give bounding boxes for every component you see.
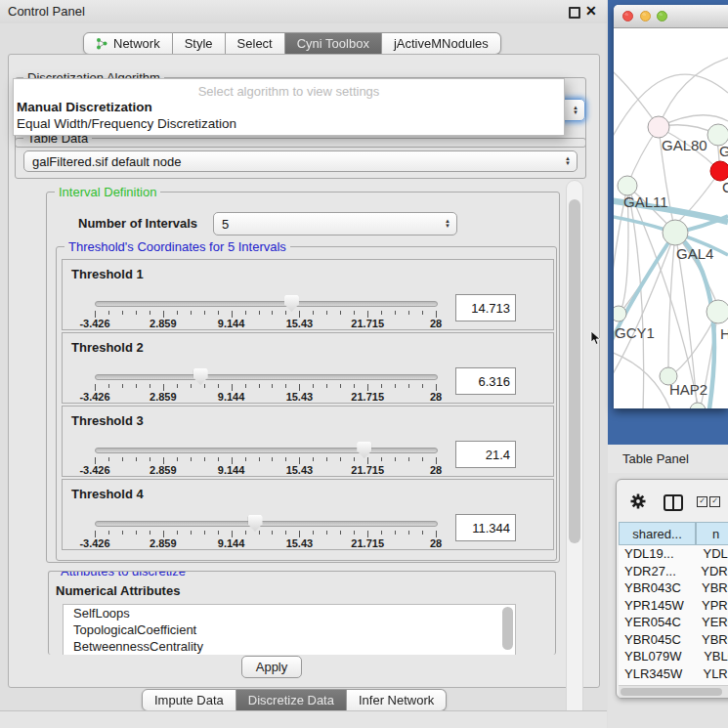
- network-node-gal80[interactable]: [648, 116, 669, 138]
- threshold-value-input[interactable]: [455, 441, 516, 468]
- table-cell[interactable]: YER054C: [619, 614, 694, 631]
- network-node-gal11[interactable]: [618, 176, 637, 195]
- table-hscrollbar-thumb[interactable]: [621, 688, 722, 696]
- table-row[interactable]: YDR27...YDR2: [619, 563, 728, 580]
- network-window-titlebar[interactable]: [614, 5, 728, 28]
- tab-impute-data[interactable]: Impute Data: [142, 689, 236, 711]
- major-tick: [436, 457, 437, 464]
- bottom-tab-bar: Impute DataDiscretize DataInfer Network: [142, 689, 447, 711]
- tick-label: 21.715: [351, 318, 384, 329]
- network-node-gal4[interactable]: [663, 220, 688, 245]
- attributes-list-scrollbar[interactable]: [502, 607, 513, 650]
- network-canvas[interactable]: GAL80GCGAL11GAL4GCY1HHAP2: [614, 28, 728, 408]
- numerical-attributes-list: SelfLoopsTopologicalCoefficientBetweenne…: [63, 604, 516, 655]
- algorithm-option-equal-width-frequency-discretization[interactable]: Equal Width/Frequency Discretization: [17, 116, 236, 131]
- table-cell[interactable]: YER0: [694, 614, 728, 631]
- close-icon[interactable]: ✕: [585, 3, 597, 19]
- table-cell[interactable]: YBR0: [694, 631, 728, 649]
- threshold-slider-thumb[interactable]: [357, 442, 371, 458]
- table-cell[interactable]: YDL1: [695, 545, 728, 563]
- tab-select[interactable]: Select: [226, 32, 285, 55]
- network-node-gcy1[interactable]: [614, 306, 626, 321]
- minor-tick: [422, 531, 423, 535]
- threshold-slider-thumb[interactable]: [284, 295, 299, 312]
- interval-definition-title: Interval Definition: [55, 185, 160, 199]
- table-cell[interactable]: YDR27...: [619, 563, 693, 580]
- tab-jactivemnodules[interactable]: jActiveMNodules: [382, 32, 501, 55]
- table-row[interactable]: YPR145WYPR1: [619, 597, 728, 615]
- attribute-item[interactable]: TopologicalCoefficient: [64, 621, 515, 638]
- table-row[interactable]: YER054CYER0: [619, 614, 728, 631]
- column-header-shared-name[interactable]: shared...: [619, 522, 696, 545]
- float-icon[interactable]: [569, 7, 580, 19]
- minor-tick: [177, 384, 178, 388]
- threshold-value-input[interactable]: [455, 514, 516, 541]
- table-cell[interactable]: YPR1: [694, 597, 728, 615]
- apply-button[interactable]: Apply: [241, 656, 302, 678]
- table-cell[interactable]: YBR045C: [619, 631, 694, 649]
- tab-label: jActiveMNodules: [394, 36, 489, 51]
- table-data-combo-value: galFiltered.sif default node: [32, 154, 181, 169]
- table-cell[interactable]: YDR2: [693, 563, 728, 580]
- cyni-toolbox-panel: Discretization Algorithm ▲▼ Select algor…: [8, 54, 600, 688]
- minor-tick: [122, 311, 123, 315]
- network-node-h[interactable]: [707, 300, 728, 323]
- table-data-combo[interactable]: galFiltered.sif default node ▲▼: [23, 150, 578, 172]
- checkbox-icon[interactable]: ✓: [709, 496, 720, 507]
- threshold-slider-thumb[interactable]: [193, 368, 208, 385]
- attribute-item[interactable]: SelfLoops: [64, 605, 515, 621]
- table-hscrollbar-track[interactable]: [619, 685, 728, 698]
- tab-cyni-toolbox[interactable]: Cyni Toolbox: [285, 32, 382, 55]
- table-cell[interactable]: YBR043C: [619, 579, 694, 597]
- network-node[interactable]: [690, 403, 706, 408]
- table-cell[interactable]: YBR0: [694, 579, 728, 597]
- column-header-name[interactable]: n: [696, 522, 728, 545]
- gear-icon[interactable]: [629, 492, 647, 510]
- threshold-value-input[interactable]: [455, 294, 516, 321]
- minor-tick: [326, 311, 327, 315]
- minor-tick: [245, 457, 246, 461]
- close-traffic-light[interactable]: [622, 11, 633, 21]
- tick-label: 2.859: [150, 318, 177, 329]
- tick-label: 2.859: [150, 537, 177, 549]
- minor-tick: [122, 384, 123, 388]
- minor-tick: [422, 384, 423, 388]
- checkbox-icon[interactable]: ✓: [697, 496, 707, 507]
- threshold-panel: Threshold 3 -3.4262.8599.14415.4321.7152…: [62, 406, 554, 477]
- threshold-slider-track[interactable]: [95, 448, 438, 453]
- table-row[interactable]: YBL079WYBL0: [619, 648, 728, 665]
- threshold-slider-thumb[interactable]: [248, 515, 263, 532]
- tab-discretize-data[interactable]: Discretize Data: [236, 689, 347, 711]
- tick-label: 2.859: [150, 464, 177, 476]
- threshold-value-input[interactable]: [455, 367, 516, 395]
- tick-label: 9.144: [218, 464, 245, 476]
- column-visibility-icon[interactable]: [664, 494, 683, 511]
- table-row[interactable]: YBR043CYBR0: [619, 579, 728, 597]
- table-cell[interactable]: YDL19...: [619, 545, 695, 563]
- network-node-c[interactable]: [710, 161, 728, 181]
- table-row[interactable]: YLR345WYLR3: [619, 665, 728, 683]
- threshold-slider-track[interactable]: [95, 374, 438, 380]
- table-cell[interactable]: YBL079W: [619, 648, 696, 665]
- minor-tick: [422, 457, 423, 461]
- major-tick: [436, 531, 437, 537]
- table-row[interactable]: YBR045CYBR0: [619, 631, 728, 649]
- table-cell[interactable]: YLR3: [695, 665, 728, 683]
- table-cell[interactable]: YLR345W: [619, 665, 695, 683]
- table-cell[interactable]: YBL0: [696, 648, 728, 665]
- panel-scrollbar-thumb[interactable]: [569, 199, 580, 543]
- minimize-traffic-light[interactable]: [640, 11, 651, 21]
- minor-tick: [136, 384, 137, 388]
- table-cell[interactable]: YPR145W: [619, 597, 694, 615]
- threshold-slider-track[interactable]: [95, 301, 438, 307]
- tab-style[interactable]: Style: [173, 32, 226, 55]
- tab-infer-network[interactable]: Infer Network: [347, 689, 447, 711]
- table-row[interactable]: YDL19...YDL1: [619, 545, 728, 563]
- tab-network[interactable]: Network: [83, 32, 173, 55]
- minor-tick: [177, 531, 178, 535]
- zoom-traffic-light[interactable]: [657, 11, 667, 21]
- algorithm-option-manual-discretization[interactable]: Manual Discretization: [17, 100, 152, 114]
- number-of-intervals-combo[interactable]: 5 ▲▼: [213, 212, 457, 236]
- threshold-slider-track[interactable]: [95, 521, 438, 527]
- attribute-item[interactable]: BetweennessCentrality: [64, 638, 515, 655]
